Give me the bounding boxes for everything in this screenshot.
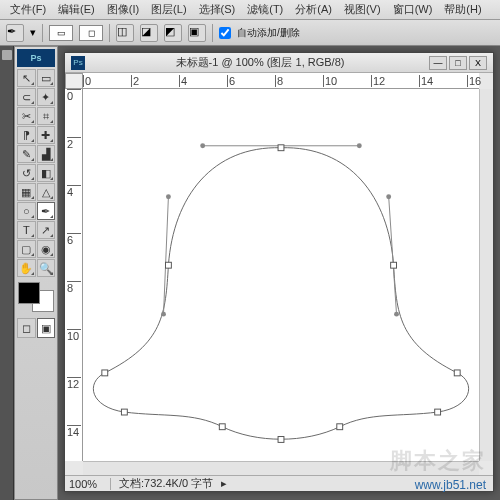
lasso-tool[interactable]: ⊂ [17, 88, 36, 106]
scrollbar-vertical[interactable] [479, 89, 493, 461]
menu-layer[interactable]: 图层(L) [145, 0, 192, 19]
divider [42, 24, 43, 42]
history-brush-tool[interactable]: ↺ [17, 164, 36, 182]
svg-rect-17 [102, 370, 108, 376]
options-bar: ✒ ▾ ▭ ◻ ◫ ◪ ◩ ▣ 自动添加/删除 [0, 20, 500, 46]
subtract-icon[interactable]: ◪ [140, 24, 158, 42]
pen-tool[interactable]: ✒ [37, 202, 56, 220]
dodge-tool[interactable]: ○ [17, 202, 36, 220]
menu-select[interactable]: 选择(S) [193, 0, 242, 19]
titlebar[interactable]: Ps 未标题-1 @ 100% (图层 1, RGB/8) — □ X [65, 53, 493, 73]
crop-tool[interactable]: ✂ [17, 107, 36, 125]
close-button[interactable]: X [469, 56, 487, 70]
marquee-tool[interactable]: ▭ [37, 69, 56, 87]
workspace: Ps ↖▭ ⊂✦ ✂⌗ ⁋✚ ✎▟ ↺◧ ▦△ ○✒ T↗ ▢◉ ✋🔍 ◻▣ P… [0, 46, 500, 500]
divider [109, 24, 110, 42]
3d-tool[interactable]: ◉ [37, 240, 56, 258]
slice-tool[interactable]: ⌗ [37, 107, 56, 125]
menu-filter[interactable]: 滤镜(T) [241, 0, 289, 19]
menu-analysis[interactable]: 分析(A) [289, 0, 338, 19]
color-swatch[interactable] [18, 282, 54, 312]
svg-rect-16 [121, 409, 127, 415]
zoom-level[interactable]: 100% [69, 478, 111, 490]
doc-title: 未标题-1 @ 100% (图层 1, RGB/8) [91, 55, 429, 70]
shape-tool[interactable]: ▢ [17, 240, 36, 258]
intersect-icon[interactable]: ◩ [164, 24, 182, 42]
eyedropper-tool[interactable]: ⁋ [17, 126, 36, 144]
watermark-url: www.jb51.net [415, 478, 486, 492]
blur-tool[interactable]: △ [37, 183, 56, 201]
type-tool[interactable]: T [17, 221, 36, 239]
zoom-tool[interactable]: 🔍 [37, 259, 56, 277]
gradient-tool[interactable]: ▦ [17, 183, 36, 201]
svg-point-4 [386, 194, 391, 199]
toolbox: Ps ↖▭ ⊂✦ ✂⌗ ⁋✚ ✎▟ ↺◧ ▦△ ○✒ T↗ ▢◉ ✋🔍 ◻▣ [14, 46, 58, 500]
eraser-tool[interactable]: ◧ [37, 164, 56, 182]
exclude-icon[interactable]: ▣ [188, 24, 206, 42]
auto-add-label: 自动添加/删除 [237, 26, 300, 40]
svg-rect-14 [278, 437, 284, 443]
menu-help[interactable]: 帮助(H) [438, 0, 487, 19]
menu-bar: 文件(F) 编辑(E) 图像(I) 图层(L) 选择(S) 滤镜(T) 分析(A… [0, 0, 500, 20]
svg-point-2 [357, 143, 362, 148]
chevron-right-icon[interactable]: ▸ [221, 477, 227, 490]
svg-point-1 [200, 143, 205, 148]
svg-rect-15 [219, 424, 225, 430]
ruler-origin[interactable] [65, 73, 83, 89]
hand-tool[interactable]: ✋ [17, 259, 36, 277]
ps-logo: Ps [17, 49, 55, 67]
minimize-button[interactable]: — [429, 56, 447, 70]
auto-add-checkbox[interactable] [219, 27, 231, 39]
stamp-tool[interactable]: ▟ [37, 145, 56, 163]
svg-point-7 [166, 194, 171, 199]
path-select-tool[interactable]: ↗ [37, 221, 56, 239]
panel-dock [0, 46, 14, 500]
watermark-brand: 脚本之家 [390, 446, 486, 476]
quickmask-icon[interactable]: ◻ [17, 318, 36, 338]
menu-image[interactable]: 图像(I) [101, 0, 145, 19]
menu-view[interactable]: 视图(V) [338, 0, 387, 19]
menu-file[interactable]: 文件(F) [4, 0, 52, 19]
svg-rect-18 [165, 262, 171, 268]
svg-rect-13 [337, 424, 343, 430]
svg-rect-11 [454, 370, 460, 376]
wand-tool[interactable]: ✦ [37, 88, 56, 106]
status-text: 文档:732.4K/0 字节 [119, 476, 213, 491]
fg-color[interactable] [18, 282, 40, 304]
svg-rect-12 [435, 409, 441, 415]
panel-tab[interactable] [2, 50, 12, 60]
heal-tool[interactable]: ✚ [37, 126, 56, 144]
doc-body: 0246810121416 02468101214 100% 文档:732.4K… [65, 73, 493, 491]
svg-point-5 [394, 312, 399, 317]
chevron-down-icon[interactable]: ▾ [30, 26, 36, 39]
doc-icon: Ps [71, 56, 85, 70]
move-tool[interactable]: ↖ [17, 69, 36, 87]
menu-window[interactable]: 窗口(W) [387, 0, 439, 19]
combine-icon[interactable]: ◫ [116, 24, 134, 42]
brush-tool[interactable]: ✎ [17, 145, 36, 163]
pen-tool-icon[interactable]: ✒ [6, 24, 24, 42]
svg-rect-10 [391, 262, 397, 268]
svg-rect-9 [278, 145, 284, 151]
path-mode-dropdown[interactable]: ▭ [49, 25, 73, 41]
shape-mode-dropdown[interactable]: ◻ [79, 25, 103, 41]
canvas-area: Ps 未标题-1 @ 100% (图层 1, RGB/8) — □ X 0246… [58, 46, 500, 500]
maximize-button[interactable]: □ [449, 56, 467, 70]
menu-edit[interactable]: 编辑(E) [52, 0, 101, 19]
screenmode-icon[interactable]: ▣ [37, 318, 56, 338]
ruler-vertical[interactable]: 02468101214 [65, 89, 83, 461]
svg-line-3 [389, 197, 397, 314]
ruler-horizontal[interactable]: 0246810121416 [83, 73, 479, 89]
divider [212, 24, 213, 42]
svg-point-8 [161, 312, 166, 317]
document-window: Ps 未标题-1 @ 100% (图层 1, RGB/8) — □ X 0246… [64, 52, 494, 492]
canvas[interactable] [83, 89, 479, 461]
vector-path[interactable] [83, 89, 479, 461]
